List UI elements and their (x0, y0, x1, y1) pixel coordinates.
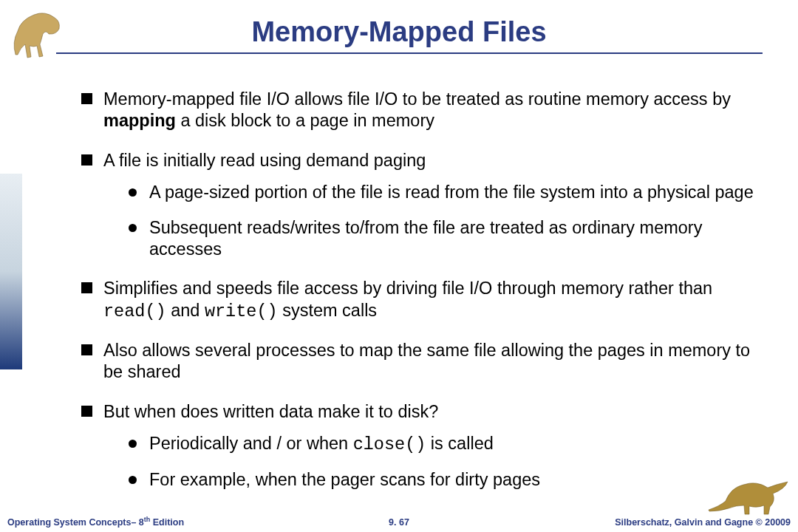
sidebar-gradient-decoration (0, 174, 22, 369)
bullet-text: Also allows several processes to map the… (103, 341, 750, 381)
sub-bullet-item: A page-sized portion of the file is read… (129, 182, 768, 203)
code-text: read() (103, 301, 166, 321)
footer-page-number: 9. 67 (389, 517, 409, 528)
bullet-item: But when does written data make it to di… (81, 401, 768, 491)
footer: Operating System Concepts– 8th Edition 9… (0, 516, 798, 529)
code-text: write() (205, 301, 278, 321)
slide-title: Memory-Mapped Files (0, 16, 798, 48)
bullet-text: and (166, 301, 205, 320)
bullet-text: is called (426, 434, 493, 453)
bullet-text: Simplifies and speeds file access by dri… (103, 279, 712, 298)
sub-bullet-item: Periodically and / or when close() is ca… (129, 433, 768, 455)
footer-text: Operating System Concepts– 8 (7, 517, 144, 528)
footer-left: Operating System Concepts– 8th Edition (7, 516, 184, 528)
title-bar: Memory-Mapped Files (0, 0, 798, 54)
title-underline (56, 52, 763, 54)
bullet-item: Simplifies and speeds file access by dri… (81, 278, 768, 322)
bullet-text: For example, when the pager scans for di… (149, 470, 540, 489)
bullet-text: a disk block to a page in memory (176, 111, 434, 130)
footer-sup: th (144, 516, 151, 523)
bullet-text: Periodically and / or when (149, 434, 353, 453)
bullet-text: A file is initially read using demand pa… (103, 151, 426, 170)
content: Memory-mapped file I/O allows file I/O t… (81, 89, 768, 508)
footer-text: Edition (150, 517, 184, 528)
bullet-text: system calls (278, 301, 378, 320)
bullet-text: Subsequent reads/writes to/from the file… (149, 218, 702, 259)
bullet-text: Memory-mapped file I/O allows file I/O t… (103, 89, 731, 109)
bullet-text: A page-sized portion of the file is read… (149, 183, 754, 202)
bullet-item: Also allows several processes to map the… (81, 340, 768, 383)
bullet-text: But when does written data make it to di… (103, 402, 438, 421)
sub-bullet-item: Subsequent reads/writes to/from the file… (129, 217, 768, 261)
bullet-bold: mapping (103, 111, 176, 130)
bullet-item: Memory-mapped file I/O allows file I/O t… (81, 89, 768, 132)
bullet-item: A file is initially read using demand pa… (81, 150, 768, 261)
code-text: close() (353, 434, 426, 454)
slide: Memory-Mapped Files Memory-mapped file I… (0, 0, 798, 532)
footer-copyright: Silberschatz, Galvin and Gagne © 20009 (615, 517, 791, 528)
sub-bullet-item: For example, when the pager scans for di… (129, 469, 768, 491)
dinosaur-bottom-icon (705, 466, 794, 517)
